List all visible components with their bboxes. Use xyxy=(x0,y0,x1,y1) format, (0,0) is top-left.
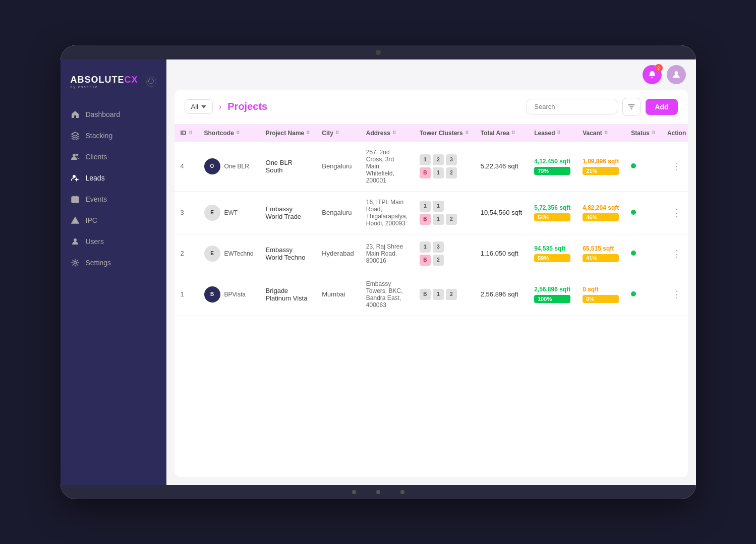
cell-id-0: 4 xyxy=(175,142,198,192)
vacant-pct: 46% xyxy=(583,213,619,221)
status-dot xyxy=(631,291,636,296)
notification-button[interactable]: 2 xyxy=(643,65,662,84)
shortcode-avatar: E xyxy=(204,205,220,221)
cell-leased-1: 5,72,356 sqft 54% xyxy=(528,191,576,234)
cluster-badge: B xyxy=(420,214,431,225)
sidebar-item-stacking[interactable]: Stacking xyxy=(61,125,166,146)
table-row: 2 E EWTechno Embassy World TechnoHyderab… xyxy=(175,234,688,273)
cell-city-1: Bengaluru xyxy=(316,191,360,234)
col-header-id: ID⠿ xyxy=(175,125,198,142)
col-header-shortcode: Shortcode⠿ xyxy=(198,125,260,142)
cluster-badge: 2 xyxy=(433,255,444,266)
col-header-status: Status⠿ xyxy=(625,125,661,142)
sidebar-label-users: Users xyxy=(86,237,104,246)
add-button[interactable]: Add xyxy=(646,99,677,115)
cell-clusters-2: 13 B2 xyxy=(414,234,475,273)
search-input[interactable] xyxy=(527,99,617,114)
svg-point-4 xyxy=(74,238,77,241)
cell-total-area-2: 1,16,050 sqft xyxy=(475,234,528,273)
home-icon xyxy=(71,110,80,119)
svg-point-6 xyxy=(674,71,678,75)
avatar[interactable] xyxy=(667,65,686,84)
action-menu-button[interactable]: ⋮ xyxy=(667,161,686,172)
cell-action-1[interactable]: ⋮ xyxy=(661,191,688,234)
cell-vacant-2: 65,515 sqft 41% xyxy=(576,234,625,273)
cluster-badge: 2 xyxy=(433,154,444,165)
cell-status-3 xyxy=(625,273,661,316)
shortcode-avatar: B xyxy=(204,286,220,303)
sidebar-item-ipc[interactable]: IPC xyxy=(61,210,166,231)
triangle-icon xyxy=(71,216,80,225)
col-header-action: Action xyxy=(661,125,688,142)
leased-sqft: 2,56,896 sqft xyxy=(534,286,570,293)
cell-clusters-0: 123 B12 xyxy=(414,142,475,192)
action-menu-button[interactable]: ⋮ xyxy=(667,248,686,259)
content-header: All › Projects Add xyxy=(175,90,688,125)
info-icon[interactable]: ⓘ xyxy=(146,77,156,87)
sidebar-item-events[interactable]: Events xyxy=(61,189,166,210)
col-header-city: City⠿ xyxy=(316,125,360,142)
cell-id-1: 3 xyxy=(175,191,198,234)
cell-shortcode-0: O One BLR xyxy=(198,142,260,192)
vacant-sqft: 65,515 sqft xyxy=(583,245,619,252)
action-menu-button[interactable]: ⋮ xyxy=(667,289,686,300)
cluster-badge: 1 xyxy=(433,201,444,212)
vacant-pct: 21% xyxy=(583,167,619,175)
cluster-badge: 1 xyxy=(420,154,431,165)
cell-leased-0: 4,12,450 sqft 79% xyxy=(528,142,576,192)
table-row: 4 O One BLR One BLR SouthBengaluru257, 2… xyxy=(175,142,688,192)
sidebar-item-clients[interactable]: Clients xyxy=(61,146,166,167)
sidebar-label-ipc: IPC xyxy=(86,216,97,224)
logo-area: ABSOLUTECX by essense ⓘ xyxy=(61,70,166,104)
svg-point-0 xyxy=(73,154,76,157)
cell-action-3[interactable]: ⋮ xyxy=(661,273,688,316)
cluster-badge: B xyxy=(420,255,431,266)
cell-action-2[interactable]: ⋮ xyxy=(661,234,688,273)
table-container: ID⠿ Shortcode⠿ Project Name⠿ City⠿ xyxy=(175,125,688,477)
col-header-leased: Leased⠿ xyxy=(528,125,576,142)
cluster-badge: 3 xyxy=(433,241,444,253)
cell-shortcode-1: E EWT xyxy=(198,191,260,234)
shortcode-label: EWTechno xyxy=(224,250,254,257)
sidebar-nav: Dashboard Stacking Clients xyxy=(61,104,166,273)
filter-icon-button[interactable] xyxy=(622,98,641,116)
cell-city-0: Bengaluru xyxy=(316,142,360,192)
shortcode-label: BPVista xyxy=(224,291,246,298)
users-icon xyxy=(71,152,80,161)
cell-city-3: Mumbai xyxy=(316,273,360,316)
cluster-badge: 1 xyxy=(433,289,444,300)
cluster-badge: 2 xyxy=(446,214,457,225)
cell-action-0[interactable]: ⋮ xyxy=(661,142,688,192)
sidebar-item-users[interactable]: Users xyxy=(61,231,166,252)
status-dot xyxy=(631,163,636,168)
cluster-badge: B xyxy=(420,289,431,300)
svg-point-5 xyxy=(74,261,76,264)
cell-shortcode-2: E EWTechno xyxy=(198,234,260,273)
svg-rect-3 xyxy=(72,197,79,203)
cell-shortcode-3: B BPVista xyxy=(198,273,260,316)
sidebar-label-settings: Settings xyxy=(86,259,111,267)
cluster-badge: 1 xyxy=(433,167,444,178)
svg-point-1 xyxy=(76,153,78,155)
leased-pct: 100% xyxy=(534,295,570,303)
sidebar-item-dashboard[interactable]: Dashboard xyxy=(61,104,166,125)
sidebar-label-leads: Leads xyxy=(86,174,105,182)
sidebar-item-leads[interactable]: Leads xyxy=(61,167,166,189)
person-icon xyxy=(71,237,80,246)
cell-status-0 xyxy=(625,142,661,192)
sidebar-item-settings[interactable]: Settings xyxy=(61,252,166,273)
cell-address-3: Embassy Towers, BKC, Bandra East, 400063 xyxy=(360,273,414,316)
leased-pct: 79% xyxy=(534,167,570,175)
cell-total-area-3: 2,56,896 sqft xyxy=(475,273,528,316)
cell-id-3: 1 xyxy=(175,273,198,316)
cluster-badge: 1 xyxy=(420,201,431,212)
status-dot xyxy=(631,251,636,256)
sidebar-label-dashboard: Dashboard xyxy=(86,110,121,118)
projects-table: ID⠿ Shortcode⠿ Project Name⠿ City⠿ xyxy=(175,125,688,316)
action-menu-button[interactable]: ⋮ xyxy=(667,207,686,218)
cell-city-2: Hyderabad xyxy=(316,234,360,273)
cluster-badge: 1 xyxy=(433,214,444,225)
filter-dropdown[interactable]: All xyxy=(185,99,213,114)
shortcode-label: One BLR xyxy=(224,163,249,170)
leased-sqft: 94,535 sqft xyxy=(534,245,570,252)
